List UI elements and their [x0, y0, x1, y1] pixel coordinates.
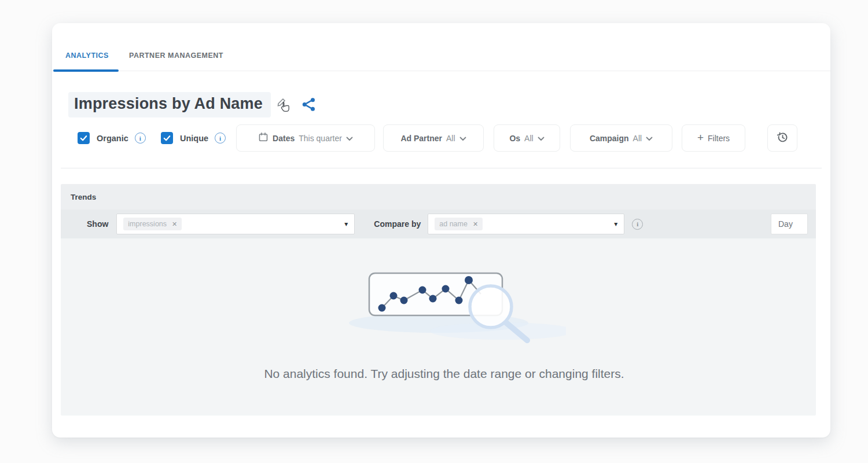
tab-partner-management[interactable]: PARTNER MANAGEMENT — [129, 52, 223, 60]
dropdown-arrow-icon: ▾ — [344, 220, 348, 228]
chevron-down-icon — [646, 134, 653, 143]
dates-value: This quarter — [299, 134, 342, 143]
active-tab-underline — [53, 69, 119, 72]
share-icon[interactable] — [301, 97, 317, 115]
organic-info-icon[interactable]: i — [135, 133, 146, 144]
remove-tag-icon[interactable]: ✕ — [473, 221, 478, 228]
history-clock-icon — [776, 131, 789, 146]
unique-checkbox[interactable] — [161, 132, 173, 144]
compare-by-select[interactable]: ad name ✕ ▾ — [428, 214, 624, 234]
plus-icon: + — [697, 132, 704, 143]
ad-partner-label: Ad Partner — [400, 134, 442, 143]
unique-label: Unique — [180, 134, 208, 143]
empty-chart-illustration — [77, 267, 816, 351]
os-value: All — [524, 134, 534, 143]
os-label: Os — [509, 134, 520, 143]
metric-tag: impressions ✕ — [123, 218, 182, 230]
dates-filter-button[interactable]: Dates This quarter — [236, 124, 375, 152]
title-row: Impressions by Ad Name — [68, 90, 317, 119]
organic-checkbox[interactable] — [78, 132, 90, 144]
trends-controls-row: Show impressions ✕ ▾ Compare by ad name … — [61, 210, 816, 238]
organic-checkbox-group: Organic i — [78, 124, 146, 152]
history-button[interactable] — [767, 124, 797, 152]
dates-label: Dates — [273, 134, 295, 143]
ad-partner-value: All — [446, 134, 455, 143]
organic-label: Organic — [97, 134, 128, 143]
editable-title-highlight[interactable]: Impressions by Ad Name — [68, 92, 271, 117]
filters-button-label: Filters — [708, 134, 730, 143]
campaign-value: All — [633, 134, 642, 143]
unique-checkbox-group: Unique i — [161, 124, 226, 152]
edit-pencil-cursor-icon[interactable] — [275, 97, 293, 119]
show-metric-select[interactable]: impressions ✕ ▾ — [116, 214, 355, 234]
dropdown-arrow-icon: ▾ — [614, 220, 617, 228]
chevron-down-icon — [459, 134, 466, 143]
compare-tag: ad name ✕ — [435, 218, 483, 230]
compare-by-label: Compare by — [374, 219, 421, 229]
section-divider — [61, 168, 822, 168]
remove-tag-icon[interactable]: ✕ — [172, 221, 177, 228]
campaign-filter-button[interactable]: Campaign All — [570, 124, 672, 152]
os-filter-button[interactable]: Os All — [494, 124, 560, 152]
page-title: Impressions by Ad Name — [74, 95, 263, 113]
chevron-down-icon — [538, 134, 545, 143]
compare-tag-label: ad name — [439, 220, 468, 228]
unique-info-icon[interactable]: i — [215, 133, 226, 144]
empty-state-message: No analytics found. Try adjusting the da… — [67, 367, 816, 381]
compare-info-icon[interactable]: i — [632, 219, 643, 230]
trends-title: Trends — [71, 193, 96, 201]
granularity-value: Day — [778, 219, 793, 229]
filter-bar: Organic i Unique i Dates This quarter — [52, 124, 830, 152]
campaign-label: Campaign — [590, 134, 629, 143]
add-filters-button[interactable]: + Filters — [682, 124, 745, 152]
ad-partner-filter-button[interactable]: Ad Partner All — [383, 124, 484, 152]
chevron-down-icon — [346, 134, 353, 143]
trends-header: Trends — [61, 184, 816, 210]
granularity-select[interactable]: Day — [771, 214, 808, 234]
trends-empty-area: No analytics found. Try adjusting the da… — [61, 238, 816, 416]
show-label: Show — [87, 219, 108, 229]
metric-tag-label: impressions — [128, 220, 167, 228]
trends-panel: Trends Show impressions ✕ ▾ Compare by a… — [61, 184, 816, 416]
main-card: ANALYTICS PARTNER MANAGEMENT Impressions… — [52, 23, 830, 438]
tab-analytics[interactable]: ANALYTICS — [65, 52, 109, 60]
tab-bar: ANALYTICS PARTNER MANAGEMENT — [52, 23, 830, 71]
calendar-icon — [258, 132, 269, 144]
